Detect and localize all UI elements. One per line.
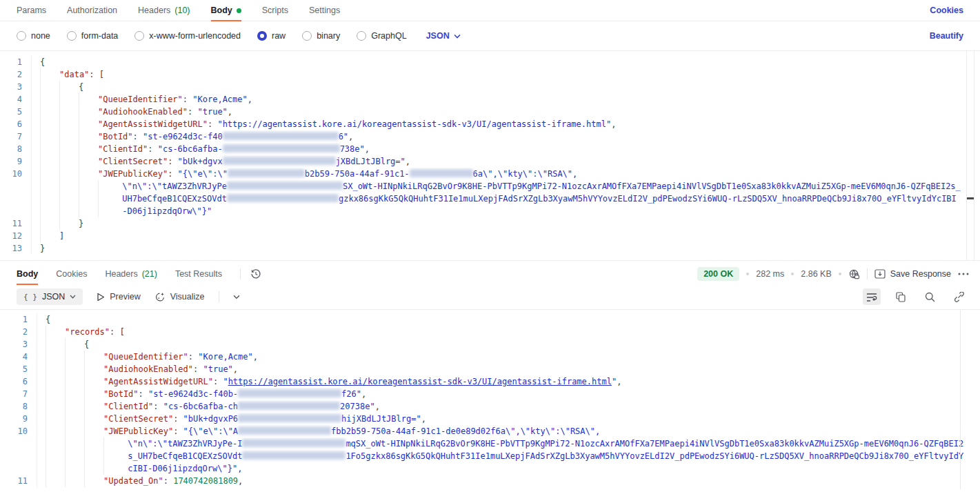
code-token: : xyxy=(188,107,197,117)
code-line: 8"ClientId": "cs-6bc6afba-738e", xyxy=(0,143,980,155)
line-number xyxy=(0,193,32,205)
response-tab-headers[interactable]: Headers (21) xyxy=(105,264,157,284)
beautify-link[interactable]: Beautify xyxy=(930,31,963,41)
indent-guide xyxy=(98,205,117,217)
radio-icon xyxy=(302,31,312,41)
code-line: 5"AudiohookEnabled": "true", xyxy=(0,363,980,375)
tab-label: Headers xyxy=(105,269,137,279)
link-button[interactable] xyxy=(950,288,968,305)
code-line-content: "JWEPublicKey": "{\"e\":\"b2b59-750a-44a… xyxy=(32,168,980,180)
cookies-link[interactable]: Cookies xyxy=(930,6,963,15)
response-history-icon[interactable] xyxy=(250,268,261,279)
visualize-button[interactable]: Visualize xyxy=(154,292,205,302)
request-tab-scripts[interactable]: Scripts xyxy=(262,0,288,21)
indent-guide xyxy=(98,193,117,205)
request-tab-params[interactable]: Params xyxy=(17,0,46,21)
redacted-value xyxy=(228,169,305,177)
response-time[interactable]: 282 ms xyxy=(756,269,784,279)
save-response-button[interactable]: Save Response xyxy=(874,269,951,279)
code-token: 6" xyxy=(339,132,348,141)
code-line: 9"ClientSecret": "bUk+dgvxjXBdLJtJBlrg="… xyxy=(0,155,980,168)
code-token: cIBI-D06j1ipzdqOrw\"}", xyxy=(123,464,242,473)
line-number xyxy=(0,450,37,462)
code-token: "{\"e\":\" xyxy=(178,169,228,179)
line-number: 3 xyxy=(0,81,32,93)
body-mode-radio-binary[interactable]: binary xyxy=(302,31,340,41)
tab-label: Scripts xyxy=(262,6,288,15)
code-token: , xyxy=(361,389,366,399)
indent-guide xyxy=(65,462,84,475)
indent-guide xyxy=(59,93,79,106)
indent-guide xyxy=(65,388,84,400)
wrap-text-button[interactable] xyxy=(863,288,881,305)
indent-guide xyxy=(103,450,123,462)
code-token: : xyxy=(193,364,203,374)
code-token: hijXBdLJtJBlrg=" xyxy=(341,414,421,424)
indent-guide xyxy=(79,93,98,106)
preview-button[interactable]: Preview xyxy=(97,292,140,302)
indent-guide xyxy=(84,351,103,363)
code-line-content: UH7beCfqeB1CQEXzSOVdtgzkx86sgKkG5QkQHuht… xyxy=(32,193,980,205)
more-options-icon[interactable] xyxy=(958,273,969,275)
view-options-chevron-icon[interactable] xyxy=(233,295,240,299)
code-token: mqSX_oWt-HINpNkiLRqG2BvOr9K8HE-PbVTTp9Kg… xyxy=(346,439,963,449)
code-token: "Kore,Acme" xyxy=(198,352,252,362)
line-number: 7 xyxy=(0,388,37,400)
response-tab-test-results[interactable]: Test Results xyxy=(175,264,222,284)
indent-guide xyxy=(84,437,103,450)
body-mode-radio-raw[interactable]: raw xyxy=(257,31,286,41)
indent-guide xyxy=(40,217,59,230)
code-line: \"n\":\"tAWZ3ZhVRJyPeSX_oWt-HINpNkiLRqG2… xyxy=(0,180,980,193)
code-token: "ClientSecret" xyxy=(103,414,173,424)
request-editor-scrollbar[interactable] xyxy=(966,51,974,260)
response-tab-body[interactable]: Body xyxy=(17,264,38,284)
code-line: 5"AudiohookEnabled": "true", xyxy=(0,106,980,118)
code-line: 11"Updated_On": 1740742081809, xyxy=(0,475,980,487)
status-badge[interactable]: 200 OK xyxy=(697,267,739,281)
indent-guide xyxy=(59,106,79,118)
indent-guide xyxy=(59,143,79,155)
body-mode-radio-graphql[interactable]: GraphQL xyxy=(357,31,406,41)
copy-response-button[interactable] xyxy=(892,288,910,305)
request-body-editor[interactable]: 1{2"data": [3{4"QueueIdentifier": "Kore,… xyxy=(0,50,980,261)
code-line: 1{ xyxy=(0,313,980,326)
code-token: : xyxy=(148,144,157,154)
indent-guide xyxy=(59,130,79,143)
indent-guide xyxy=(84,450,103,462)
code-line-content: "AgentAssistWidgetURL": "https://agentas… xyxy=(32,118,980,130)
response-body-editor[interactable]: 1{2"records": [3{4"QueueIdentifier": "Ko… xyxy=(0,309,980,489)
code-token: "AudiohookEnabled" xyxy=(98,107,188,117)
code-token: "true" xyxy=(203,364,233,374)
network-security-icon[interactable] xyxy=(848,268,860,280)
response-tab-cookies[interactable]: Cookies xyxy=(56,264,87,284)
search-response-button[interactable] xyxy=(921,288,939,305)
indent-guide xyxy=(40,68,59,81)
indent-guide xyxy=(59,180,79,193)
search-icon xyxy=(925,292,935,302)
response-format-value: JSON xyxy=(42,292,65,302)
tab-label: Params xyxy=(17,6,46,15)
indent-guide xyxy=(103,437,123,450)
response-format-select[interactable]: { } JSON xyxy=(17,288,83,305)
language-select[interactable]: JSON xyxy=(426,31,461,41)
response-size[interactable]: 2.86 KB xyxy=(801,269,831,279)
body-mode-radio-x-www-form-urlencoded[interactable]: x-www-form-urlencoded xyxy=(134,31,241,41)
request-tab-authorization[interactable]: Authorization xyxy=(67,0,117,21)
code-token: , xyxy=(233,364,238,374)
link-icon xyxy=(954,292,964,302)
code-token: jXBdLJtJBlrg=" xyxy=(336,157,406,166)
language-select-value: JSON xyxy=(426,31,450,41)
code-line: 4"QueueIdentifier": "Kore,Acme", xyxy=(0,351,980,363)
code-token: : xyxy=(173,426,183,436)
request-tab-settings[interactable]: Settings xyxy=(309,0,340,21)
code-token: "records" xyxy=(65,327,110,337)
code-line-content: \"n\":\"tAWZ3ZhVRJyPeSX_oWt-HINpNkiLRqG2… xyxy=(32,180,980,193)
code-line-content: "BotId": "st-e9624d3c-f406", xyxy=(32,130,980,143)
request-tab-headers[interactable]: Headers (10) xyxy=(138,0,190,21)
line-number xyxy=(0,205,32,217)
indent-guide xyxy=(59,81,79,93)
code-line-content: { xyxy=(32,81,980,93)
request-tab-body[interactable]: Body xyxy=(211,0,241,21)
body-mode-radio-form-data[interactable]: form-data xyxy=(67,31,119,41)
body-mode-radio-none[interactable]: none xyxy=(17,31,50,41)
